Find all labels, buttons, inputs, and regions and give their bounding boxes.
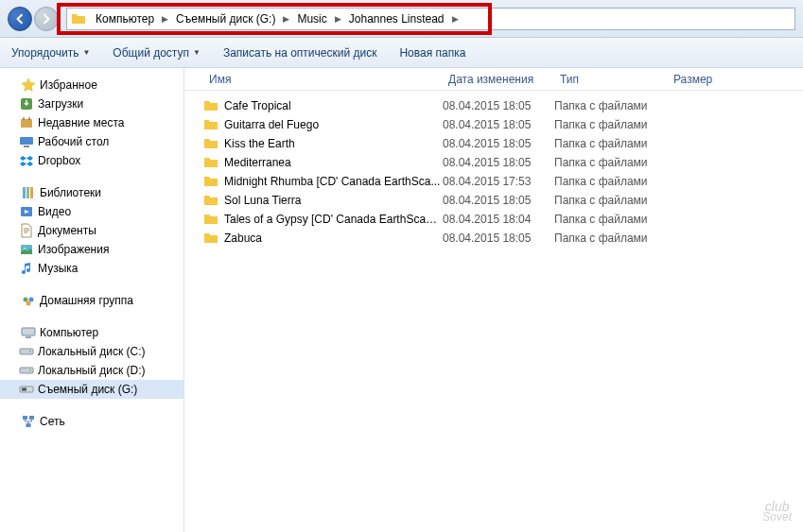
folder-icon (203, 155, 218, 170)
svg-rect-23 (26, 423, 31, 427)
breadcrumb-item[interactable]: Johannes Linstead (343, 9, 450, 29)
folder-icon (203, 136, 218, 151)
file-row[interactable]: Tales of a Gypsy [CD' Canada EarthScape.… (184, 210, 803, 229)
svg-point-11 (29, 298, 34, 302)
computer-header[interactable]: Компьютер (0, 323, 183, 342)
file-row[interactable]: Zabuca08.04.2015 18:05Папка с файлами (184, 229, 803, 248)
column-header-type[interactable]: Тип (554, 73, 668, 86)
sidebar-item-video[interactable]: Видео (0, 202, 183, 221)
recent-icon (19, 115, 34, 130)
sidebar-item-desktop[interactable]: Рабочий стол (0, 132, 183, 151)
svg-rect-13 (22, 328, 35, 335)
chevron-right-icon: ▶ (281, 14, 291, 24)
column-header-size[interactable]: Размер (668, 73, 743, 86)
tree-label: Библиотеки (40, 186, 101, 199)
column-header-name[interactable]: Имя (203, 73, 443, 86)
libraries-header[interactable]: Библиотеки (0, 183, 183, 202)
tree-label: Локальный диск (D:) (38, 364, 146, 377)
documents-icon (19, 223, 34, 238)
svg-rect-1 (21, 119, 32, 128)
file-name: Zabuca (224, 232, 443, 245)
file-type: Папка с файлами (554, 232, 668, 245)
homegroup-icon (21, 293, 36, 308)
breadcrumb-item[interactable]: Съемный диск (G:) (170, 9, 281, 29)
file-type: Папка с файлами (554, 137, 668, 150)
address-bar[interactable]: Компьютер▶ Съемный диск (G:)▶ Music▶ Joh… (66, 8, 795, 30)
tree-label: Компьютер (40, 326, 98, 339)
share-button[interactable]: Общий доступ ▼ (109, 44, 204, 61)
svg-point-9 (24, 248, 26, 249)
network-header[interactable]: Сеть (0, 412, 183, 431)
file-name: Sol Luna Tierra (224, 194, 443, 207)
breadcrumb-item[interactable]: Компьютер (90, 9, 160, 29)
folder-icon (203, 117, 218, 132)
svg-rect-6 (30, 187, 33, 198)
burn-button[interactable]: Записать на оптический диск (219, 44, 381, 61)
file-row[interactable]: Sol Luna Tierra08.04.2015 18:05Папка с ф… (184, 191, 803, 210)
drive-icon (19, 363, 34, 378)
chevron-right-icon: ▶ (333, 14, 343, 24)
chevron-right-icon: ▶ (160, 14, 170, 24)
folder-icon (203, 193, 218, 208)
file-date: 08.04.2015 18:05 (443, 137, 554, 150)
sidebar-item-music[interactable]: Музыка (0, 259, 183, 278)
new-folder-button[interactable]: Новая папка (395, 44, 469, 61)
column-header-date[interactable]: Дата изменения (443, 73, 554, 86)
sidebar-item-downloads[interactable]: Загрузки (0, 94, 183, 113)
sidebar-item-dropbox[interactable]: Dropbox (0, 151, 183, 170)
column-headers: Имя Дата изменения Тип Размер (184, 68, 803, 91)
nav-buttons (8, 7, 59, 31)
tree-group-favorites: Избранное Загрузки Недавние места Рабочи… (0, 76, 183, 170)
file-type: Папка с файлами (554, 156, 668, 169)
svg-rect-5 (26, 187, 29, 198)
breadcrumb: Компьютер▶ Съемный диск (G:)▶ Music▶ Joh… (90, 9, 461, 29)
favorites-header[interactable]: Избранное (0, 76, 183, 94)
desktop-icon (19, 134, 34, 149)
svg-rect-3 (24, 146, 29, 147)
forward-button[interactable] (34, 7, 59, 31)
file-date: 08.04.2015 17:53 (443, 175, 554, 188)
file-date: 08.04.2015 18:05 (443, 99, 554, 112)
file-list: Cafe Tropical08.04.2015 18:05Папка с фай… (184, 91, 803, 532)
organize-button[interactable]: Упорядочить ▼ (8, 44, 94, 61)
sidebar-item-pictures[interactable]: Изображения (0, 240, 183, 259)
svg-point-18 (29, 369, 31, 371)
file-row[interactable]: Midnight Rhumba [CD' Canada EarthSca...0… (184, 172, 803, 191)
arrow-right-icon (41, 13, 52, 25)
sidebar-item-disk-d[interactable]: Локальный диск (D:) (0, 361, 183, 380)
tree-label: Локальный диск (C:) (38, 345, 146, 358)
svg-rect-2 (20, 137, 33, 145)
svg-point-16 (29, 351, 31, 352)
file-row[interactable]: Cafe Tropical08.04.2015 18:05Папка с фай… (184, 96, 803, 115)
main-area: Избранное Загрузки Недавние места Рабочи… (0, 68, 803, 532)
tree-group-computer: Компьютер Локальный диск (C:) Локальный … (0, 323, 183, 399)
dropbox-icon (19, 153, 34, 168)
svg-rect-4 (23, 187, 26, 198)
svg-rect-17 (20, 368, 33, 373)
svg-rect-21 (23, 416, 27, 420)
file-date: 08.04.2015 18:05 (443, 156, 554, 169)
tree-label: Домашняя группа (40, 294, 133, 307)
toolbar: Упорядочить ▼ Общий доступ ▼ Записать на… (0, 38, 803, 68)
folder-icon (203, 98, 218, 113)
folder-icon (71, 11, 86, 26)
network-icon (21, 414, 36, 429)
sidebar-item-disk-g[interactable]: Съемный диск (G:) (0, 380, 183, 399)
file-row[interactable]: Guitarra del Fuego08.04.2015 18:05Папка … (184, 115, 803, 134)
tree-label: Рабочий стол (38, 135, 109, 148)
tree-label: Изображения (38, 243, 109, 256)
back-button[interactable] (8, 7, 32, 31)
breadcrumb-item[interactable]: Music (291, 9, 332, 29)
homegroup-header[interactable]: Домашняя группа (0, 291, 183, 310)
file-name: Mediterranea (224, 156, 443, 169)
file-name: Midnight Rhumba [CD' Canada EarthSca... (224, 175, 443, 188)
sidebar-item-documents[interactable]: Документы (0, 221, 183, 240)
navigation-bar: Компьютер▶ Съемный диск (G:)▶ Music▶ Joh… (0, 0, 803, 38)
sidebar-item-disk-c[interactable]: Локальный диск (C:) (0, 342, 183, 361)
tree-label: Загрузки (38, 97, 83, 111)
file-row[interactable]: Kiss the Earth08.04.2015 18:05Папка с фа… (184, 134, 803, 153)
sidebar-item-recent[interactable]: Недавние места (0, 113, 183, 132)
file-date: 08.04.2015 18:05 (443, 232, 554, 245)
file-row[interactable]: Mediterranea08.04.2015 18:05Папка с файл… (184, 153, 803, 172)
svg-point-12 (26, 301, 31, 306)
